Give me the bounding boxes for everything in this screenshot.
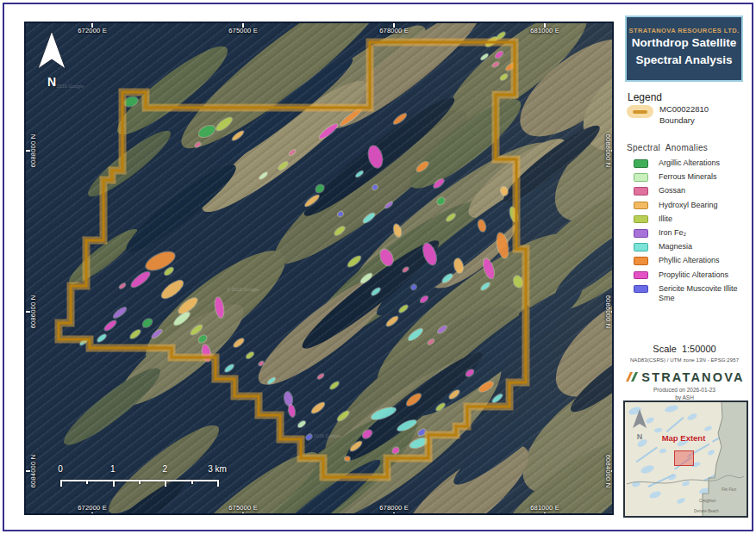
legend-label-il: Illite (659, 214, 745, 225)
inset-place-labels: Flin FlonCreightonDenare Beach (625, 402, 747, 516)
legend-swatch-ar (634, 159, 648, 168)
grid-tick-right (611, 311, 614, 313)
legend-label-go: Gossan (659, 186, 745, 196)
easting-label-bottom: 681000 E (530, 504, 559, 512)
grid-tick-top (393, 23, 395, 28)
easting-label-top: 672000 E (78, 27, 107, 34)
legend-swatch-il (634, 215, 648, 224)
map-canvas: © 2016 Google© 2016 Google© 2016 Google … (24, 22, 614, 515)
production-note: Produced on 2026-01-23 by ASH (619, 387, 750, 402)
easting-label-bottom: 675000 E (228, 504, 258, 512)
boundary-label: MC00022810 Boundary (659, 104, 709, 127)
legend-swatch-go (634, 187, 648, 196)
scale-text: Scale 1:50000 (619, 344, 750, 354)
legend-label-se: Sericite Muscovite Illite Sme (659, 284, 745, 304)
grid-tick-bottom (393, 512, 395, 515)
boundary-word: Boundary (659, 115, 709, 127)
grid-tick-right (611, 470, 614, 472)
grid-tick-right (611, 150, 614, 152)
easting-label-bottom: 672000 E (78, 504, 107, 512)
grid-tick-top (544, 23, 546, 28)
grid-tick-bottom (544, 512, 546, 515)
spectral-anomalies-heading: Spectral Anomalies (627, 143, 708, 152)
map-title-line1: Northdrop Satellite (627, 34, 741, 52)
easting-label-top: 675000 E (228, 27, 258, 34)
legend-swatch-se (634, 285, 648, 294)
legend-heading: Legend (628, 91, 662, 103)
inset-place-label: Flin Flon (722, 487, 736, 492)
grid-tick-left (26, 311, 30, 313)
legend-label-pr: Propylitic Alterations (659, 270, 745, 281)
boundary-swatch-line (633, 110, 647, 114)
legend-label-ma: Magnesia (659, 242, 745, 252)
grid-tick-left (26, 150, 30, 152)
map-report-page: { "page": {"border_color": "#37308c"}, "… (0, 0, 756, 534)
easting-label-top: 681000 E (530, 27, 559, 34)
grid-tick-top (91, 23, 93, 28)
map-title-line2: Spectral Analysis (627, 52, 741, 69)
legend-swatch-ph (634, 257, 648, 265)
inset-place-label: Denare Beach (694, 509, 719, 513)
company-logo: STRATANOVA (619, 369, 750, 384)
inset-locator-map: Map Extent N Flin FlonCreightonDenare Be… (623, 400, 748, 518)
logo-icon (624, 370, 639, 383)
legend-swatch-ir (634, 229, 648, 238)
production-date: Produced on 2026-01-23 (619, 387, 750, 394)
legend-label-ar: Argillic Alterations (659, 158, 745, 169)
title-block: STRATANOVA RESOURCES LTD. Northdrop Sate… (625, 16, 743, 82)
boundary-swatch (627, 105, 653, 118)
inset-place-label: Creighton (699, 499, 716, 503)
boundary-id: MC00022810 (659, 104, 709, 115)
grid-tick-bottom (242, 512, 244, 515)
legend-swatch-hy (634, 202, 648, 210)
company-name: STRATANOVA RESOURCES LTD. (627, 27, 741, 34)
grid-labels-layer: 672000 E672000 E675000 E675000 E678000 E… (26, 23, 612, 513)
legend-label-fe: Ferrous Minerals (659, 172, 745, 183)
grid-tick-bottom (91, 512, 93, 515)
legend-swatch-pr (634, 271, 648, 280)
grid-tick-left (26, 470, 30, 472)
legend-label-hy: Hydroxyl Bearing (659, 201, 745, 211)
crs-text: NAD83(CSRS) / UTM zone 13N - EPSG:2957 (614, 357, 755, 363)
legend-label-ir: Iron Fe₂ (659, 228, 745, 239)
legend-label-ph: Phyllic Alterations (659, 256, 745, 266)
easting-label-top: 678000 E (379, 27, 409, 34)
legend-swatch-ma (634, 243, 648, 251)
easting-label-bottom: 678000 E (379, 504, 409, 512)
legend-swatch-fe (634, 173, 648, 182)
logo-text: STRATANOVA (641, 370, 744, 384)
grid-tick-top (242, 23, 244, 28)
